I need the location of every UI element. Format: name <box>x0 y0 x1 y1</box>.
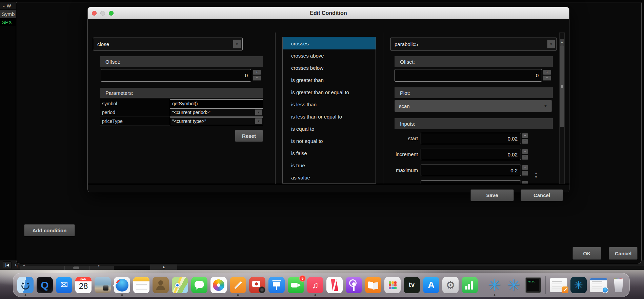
dock-podcasts-icon[interactable] <box>346 277 362 293</box>
plot-select[interactable]: scan ▼ <box>395 100 552 112</box>
dock-music-icon[interactable]: ♫ <box>307 277 323 293</box>
dock-thinkorswim-dark-icon[interactable]: ✳ <box>570 277 587 293</box>
operator-item[interactable]: is true <box>283 159 376 171</box>
dock-quicktime-icon[interactable]: Q <box>37 277 53 293</box>
dialog-cancel-button[interactable]: Cancel <box>521 189 563 201</box>
dock-minimized-pages-window[interactable] <box>550 278 567 292</box>
dock-exec-terminal-icon[interactable]: exec <box>525 277 541 293</box>
spark-icon: ✳ <box>574 279 583 292</box>
dropdown-arrow-icon[interactable]: ▼ <box>233 40 241 48</box>
dock-minimized-safari-window[interactable] <box>590 278 607 292</box>
decrement-button[interactable]: − <box>522 139 528 144</box>
period-select[interactable]: "<current period>" <box>170 108 263 116</box>
dock-preview-icon[interactable] <box>95 277 111 293</box>
dock-photo-booth-icon[interactable] <box>249 277 265 293</box>
increment-button[interactable]: + <box>522 133 528 138</box>
window-cancel-button[interactable]: Cancel <box>609 247 638 260</box>
scroll-down-icon[interactable]: ▼ <box>535 176 539 179</box>
decrement-button[interactable]: − <box>522 155 528 160</box>
clipped-input[interactable] <box>421 180 521 184</box>
horizontal-scrollbar-track[interactable] <box>20 266 114 270</box>
operator-item[interactable]: is greater than <box>283 74 376 86</box>
increment-input[interactable] <box>421 149 521 160</box>
dock-apple-tv-icon[interactable]: tv <box>404 277 420 293</box>
add-condition-button[interactable]: Add condition <box>24 224 75 236</box>
save-button[interactable]: Save <box>470 189 514 201</box>
dock-books-icon[interactable] <box>365 277 381 293</box>
operator-item-selected[interactable]: crosses <box>283 37 376 49</box>
symbol-value-field[interactable]: getSymbol() <box>170 99 263 108</box>
dock-calendar-icon[interactable]: JAN 28 <box>75 277 92 293</box>
operator-item[interactable]: is equal to <box>283 123 376 135</box>
horizontal-scrollbar-thumb[interactable] <box>73 266 79 269</box>
decrement-button[interactable]: − <box>522 171 528 176</box>
left-offset-input[interactable] <box>101 69 251 82</box>
increment-button[interactable]: + <box>522 165 528 170</box>
left-offset-spinner: + − <box>253 70 261 81</box>
dock-keynote-icon[interactable] <box>268 277 285 293</box>
increment-button[interactable]: + <box>253 70 261 75</box>
vertical-scrollbar[interactable]: ▲ <box>559 33 565 184</box>
watchlist-header[interactable]: ⌄ W <box>0 2 16 9</box>
increment-button[interactable]: + <box>543 70 551 75</box>
dropdown-arrow-icon[interactable]: ▼ <box>255 118 262 124</box>
dock-facetime-icon[interactable]: 5 <box>288 277 304 293</box>
increment-button[interactable]: + <box>522 149 528 154</box>
operator-item[interactable]: is greater than or equal to <box>283 86 376 98</box>
bar-chart-icon <box>465 286 467 290</box>
dialog-titlebar[interactable]: Edit Condition <box>88 7 569 19</box>
expand-panel-button[interactable]: ▲ <box>150 264 177 270</box>
dock-finder-icon[interactable] <box>17 277 34 293</box>
scrollbar-thumb[interactable] <box>560 45 564 127</box>
operator-item[interactable]: is not equal to <box>283 135 376 147</box>
operator-item[interactable]: is less than <box>283 98 376 110</box>
dock-maps-icon[interactable] <box>172 277 188 293</box>
dock-numbers-icon[interactable] <box>462 277 478 293</box>
right-offset-spinner: + − <box>543 70 551 81</box>
chevron-down-icon[interactable]: ⌄ <box>2 3 5 8</box>
dock-thinkorswim-icon[interactable]: ✳ <box>486 277 503 293</box>
ok-button[interactable]: OK <box>572 247 601 260</box>
scroll-up-icon[interactable]: ▲ <box>535 172 539 175</box>
dropdown-arrow-icon[interactable]: ▼ <box>547 40 555 48</box>
dock-contacts-icon[interactable] <box>153 277 169 293</box>
maximum-spinner: + − <box>522 165 528 176</box>
parameter-name: period <box>100 108 170 117</box>
dock-photos-icon[interactable] <box>210 277 227 293</box>
operator-item[interactable]: as value <box>283 171 376 184</box>
dock-safari-icon[interactable] <box>114 277 130 293</box>
operator-item[interactable]: crosses above <box>283 49 376 62</box>
watchlist-ticker-row[interactable]: SPX <box>0 18 16 26</box>
decrement-button[interactable]: − <box>522 181 528 184</box>
dock-trash-icon[interactable] <box>610 277 627 293</box>
dock-mail-icon[interactable]: ✉ <box>56 277 72 293</box>
dock-pages-icon[interactable] <box>230 277 246 293</box>
decrement-button[interactable]: − <box>253 76 261 81</box>
right-study-select[interactable]: parabolic5 ▼ <box>390 38 557 50</box>
input-label-start: start <box>390 133 418 144</box>
dock-thinkorswim-2-icon[interactable]: ✳ <box>506 277 522 293</box>
dock-launchpad-icon[interactable] <box>384 277 401 293</box>
watchlist-title: W <box>7 3 11 8</box>
pointer-tool-icon[interactable]: ↰ <box>14 263 18 269</box>
increment-spinner: + − <box>522 149 528 160</box>
start-input[interactable] <box>421 133 521 144</box>
decrement-button[interactable]: − <box>543 76 551 81</box>
dock-news-icon[interactable] <box>326 277 343 293</box>
caret-down-icon[interactable]: ▾ <box>98 264 100 268</box>
operator-item[interactable]: is less than or equal to <box>283 110 376 123</box>
maximum-input[interactable] <box>421 165 521 176</box>
dock-messages-icon[interactable] <box>191 277 207 293</box>
skip-to-start-button[interactable]: |◀ <box>3 261 12 269</box>
operator-item[interactable]: crosses below <box>283 62 376 74</box>
dock-notes-icon[interactable] <box>133 277 149 293</box>
price-type-select[interactable]: "<current type>" <box>170 117 263 125</box>
reset-button[interactable]: Reset <box>235 130 263 142</box>
dock-app-store-icon[interactable]: A <box>423 277 439 293</box>
scrollbar-up-button[interactable]: ▲ <box>560 39 564 45</box>
left-study-select[interactable]: close ▼ <box>93 38 243 50</box>
operator-item[interactable]: is false <box>283 147 376 159</box>
dropdown-arrow-icon[interactable]: ▼ <box>255 109 262 115</box>
right-offset-input[interactable] <box>395 69 542 82</box>
dock-system-settings-icon[interactable]: ⚙ <box>442 277 459 293</box>
